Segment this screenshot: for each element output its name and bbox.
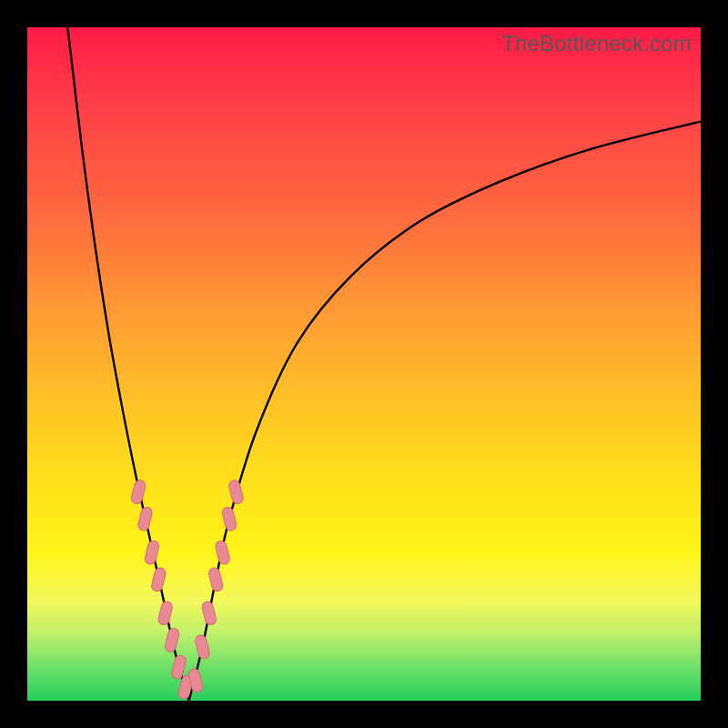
valley-marker — [207, 567, 224, 592]
svg-rect-1 — [137, 506, 154, 531]
valley-marker — [194, 634, 210, 660]
svg-rect-14 — [228, 480, 244, 505]
plot-area: TheBottleneck.com — [27, 27, 701, 701]
valley-marker — [221, 506, 238, 531]
valley-marker — [144, 540, 160, 565]
valley-marker — [150, 567, 167, 592]
svg-rect-10 — [201, 601, 217, 626]
valley-marker — [164, 627, 180, 652]
valley-marker — [130, 480, 147, 505]
valley-marker — [215, 540, 231, 565]
valley-marker — [137, 506, 154, 531]
svg-rect-4 — [157, 601, 174, 626]
curve-layer — [27, 27, 701, 701]
curve-right — [189, 122, 701, 701]
svg-rect-0 — [130, 480, 147, 505]
valley-marker — [201, 601, 217, 626]
curve-left — [67, 27, 188, 701]
svg-rect-3 — [150, 567, 167, 592]
svg-rect-2 — [144, 540, 160, 565]
svg-rect-9 — [194, 634, 210, 660]
svg-rect-12 — [215, 540, 231, 565]
valley-marker — [228, 480, 244, 505]
valley-markers — [130, 480, 244, 701]
chart-frame: TheBottleneck.com — [0, 0, 728, 728]
svg-rect-13 — [221, 506, 238, 531]
svg-rect-11 — [207, 567, 224, 592]
valley-marker — [157, 601, 174, 626]
svg-rect-5 — [164, 627, 180, 652]
